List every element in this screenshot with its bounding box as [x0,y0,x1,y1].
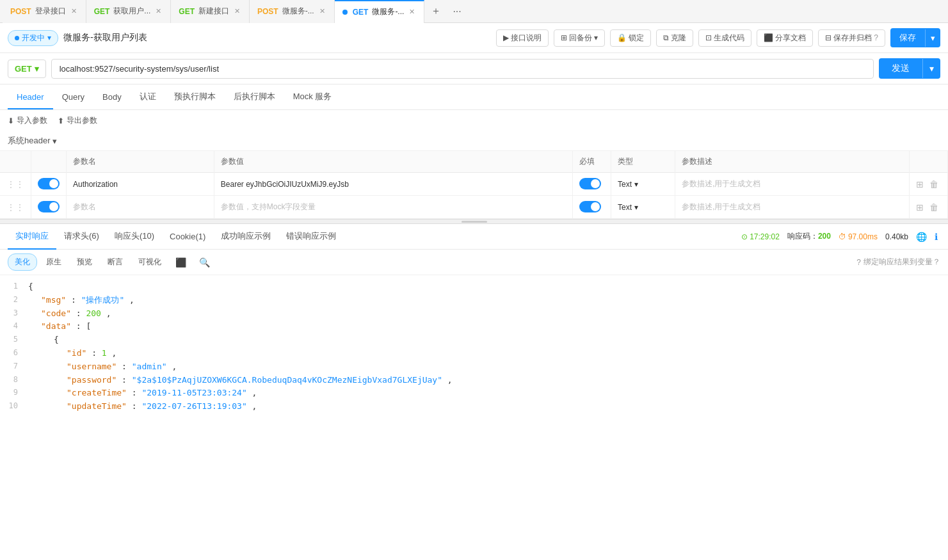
toggle-cell-1[interactable] [31,173,67,196]
import-params-button[interactable]: ⬇ 导入参数 [8,115,47,126]
fmt-visualize-button[interactable]: 可视化 [132,254,168,270]
param-1-delete-icon[interactable]: 🗑 [929,179,938,189]
tab-3[interactable]: GET 新建接口 ✕ [171,0,250,23]
lock-button[interactable]: 🔒 锁定 [610,29,651,47]
param-2-delete-icon[interactable]: 🗑 [929,202,938,212]
tab-2[interactable]: GET 获取用户... ✕ [86,0,172,23]
line-num-5: 5 [5,333,28,347]
tab-query[interactable]: Query [53,86,93,109]
bind-response-button[interactable]: ? 绑定响应结果到变量？ [856,257,940,268]
param-1-desc-cell[interactable]: 参数描述,用于生成文档 [675,173,910,196]
tab-header[interactable]: Header [8,86,53,109]
toggle-cell-2[interactable] [31,196,67,219]
json-indent: "createTime" : "2019-11-05T23:03:24" , [28,387,257,400]
env-label: 开发中 [22,33,45,44]
fmt-raw-button[interactable]: 原生 [40,254,68,270]
api-desc-button[interactable]: ▶ 接口说明 [496,29,549,47]
param-2-desc-cell[interactable]: 参数描述,用于生成文档 [675,196,910,219]
tab-5-close[interactable]: ✕ [408,6,416,17]
json-comma: , [172,362,177,371]
json-key-createtime: "createTime" [67,388,127,397]
save-dropdown-icon[interactable]: ▾ [925,29,940,47]
json-comma: , [106,308,111,318]
resp-tab-req-headers[interactable]: 请求头(6) [56,224,107,250]
tab-post-script[interactable]: 后执行脚本 [225,84,284,110]
param-1-required-toggle[interactable] [579,178,601,189]
param-2-toggle[interactable] [38,201,60,212]
tab-more-button[interactable]: ··· [447,6,466,17]
export-params-button[interactable]: ⬆ 导出参数 [58,115,97,126]
tab-3-close[interactable]: ✕ [233,6,241,17]
panel-splitter[interactable] [0,219,948,224]
lock-label: 锁定 [629,33,644,44]
save-button[interactable]: 保存 ▾ [890,28,940,47]
method-selector[interactable]: GET ▾ [8,60,46,78]
tab-4-method: POST [257,7,278,16]
resp-tab-success[interactable]: 成功响应示例 [213,224,278,250]
tab-mock[interactable]: Mock 服务 [284,84,341,110]
param-2-name-cell[interactable]: 参数名 [67,196,214,219]
url-input[interactable] [51,59,874,79]
drag-handle-2[interactable]: ⋮⋮ [0,196,31,219]
copy-response-icon[interactable]: ⬛ [170,255,191,270]
resp-tab-cookie[interactable]: Cookie(1) [162,225,213,249]
share-icon: ⬛ [764,33,773,42]
resp-tab-resp-headers[interactable]: 响应头(10) [107,224,162,250]
tab-auth[interactable]: 认证 [131,84,165,110]
fmt-preview-button[interactable]: 预览 [70,254,99,270]
param-1-toggle[interactable] [38,178,60,189]
tab-2-close[interactable]: ✕ [154,6,163,17]
json-key-updatetime: "updateTime" [67,401,127,411]
json-line-3: 3 "code" : 200 , [0,307,948,321]
param-1-value-cell[interactable]: Bearer eyJhbGciOiJIUzUxMiJ9.eyJsb [214,173,572,196]
param-2-type-selector[interactable]: Text ▾ [618,203,668,212]
table-row: ⋮⋮ 参数名 参数值，支持Mock字段变量 [0,196,948,219]
drag-icon: ⋮⋮ [6,179,24,189]
tab-4-close[interactable]: ✕ [318,6,326,17]
tab-4[interactable]: POST 微服务-... ✕ [250,0,335,23]
line-num-2: 2 [5,294,28,307]
json-indent: "updateTime" : "2022-07-26T13:19:03" , [28,400,257,413]
line-num-10: 10 [5,400,28,413]
json-val-id: 1 [102,348,107,358]
save-archive-button[interactable]: ⊟ 保存并归档 ? [818,29,885,47]
codegen-button[interactable]: ⊡ 生成代码 [698,29,751,47]
param-2-type-cell[interactable]: Text ▾ [611,196,675,219]
resp-tab-error[interactable]: 错误响应示例 [278,224,344,250]
resp-tab-realtime[interactable]: 实时响应 [8,224,56,250]
api-title: 微服务-获取用户列表 [63,32,491,44]
response-duration: ⏱ 97.00ms [839,232,878,241]
param-2-value-cell[interactable]: 参数值，支持Mock字段变量 [214,196,572,219]
type-chevron-icon: ▾ [634,180,638,189]
tab-5[interactable]: GET 微服务-... ✕ [335,0,425,23]
send-button[interactable]: 发送 ▾ [879,58,940,79]
param-2-copy-icon[interactable]: ⊞ [916,202,924,212]
fmt-beautify-button[interactable]: 美化 [8,253,37,271]
tab-1-close[interactable]: ✕ [70,6,78,17]
param-1-type-selector[interactable]: Text ▾ [618,180,668,189]
param-2-required-cell[interactable] [573,196,611,219]
url-bar: GET ▾ 发送 ▾ [0,53,948,84]
backup-button[interactable]: ⊞ 回备份 ▾ [554,29,605,47]
tab-1[interactable]: POST 登录接口 ✕ [3,0,86,23]
param-1-type-cell[interactable]: Text ▾ [611,173,675,196]
params-panel: 参数名 参数值 必填 类型 参数描述 ⋮⋮ Authorization [0,151,948,219]
tab-body[interactable]: Body [93,86,131,109]
param-1-copy-icon[interactable]: ⊞ [916,179,924,189]
json-indent: "msg" : "操作成功" , [28,294,134,307]
tab-add-button[interactable]: ＋ [424,4,447,18]
tab-pre-script[interactable]: 预执行脚本 [165,84,225,110]
drag-icon: ⋮⋮ [6,202,24,212]
share-button[interactable]: ⬛ 分享文档 [757,29,813,47]
fmt-assert-button[interactable]: 断言 [101,254,129,270]
tab-5-method: GET [353,8,369,17]
env-selector[interactable]: 开发中 ▾ [8,30,58,46]
param-1-required-cell[interactable] [573,173,611,196]
search-response-icon[interactable]: 🔍 [194,255,215,270]
system-header-toggle[interactable]: 系统header ▾ [0,131,948,151]
send-dropdown-icon[interactable]: ▾ [922,59,940,78]
clone-button[interactable]: ⧉ 克隆 [656,29,693,47]
drag-handle-1[interactable]: ⋮⋮ [0,173,31,196]
param-1-name-cell[interactable]: Authorization [67,173,214,196]
param-2-required-toggle[interactable] [579,201,601,212]
